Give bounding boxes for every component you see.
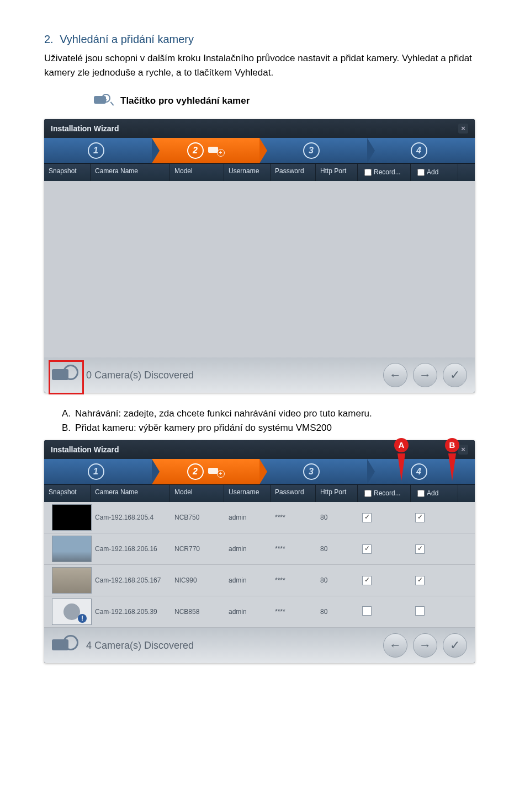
record-all-checkbox[interactable] xyxy=(364,169,372,176)
col-snapshot: Snapshot xyxy=(44,164,91,181)
camera-table-body-empty xyxy=(44,181,475,357)
cell-record[interactable] xyxy=(358,604,411,619)
wizard-steps: 1 2 + 3 4 xyxy=(44,459,475,484)
record-checkbox[interactable] xyxy=(362,576,372,585)
camera-table-body: Cam-192.168.205.4NCB750admin****80Cam-19… xyxy=(44,502,475,628)
cell-add[interactable] xyxy=(411,604,458,619)
snapshot-thumb xyxy=(52,536,92,562)
sub-item-b: B. Přidat kameru: výběr kamery pro přidá… xyxy=(62,423,486,434)
finish-button[interactable]: ✓ xyxy=(443,363,467,387)
camera-table-header: Snapshot Camera Name Model Username Pass… xyxy=(44,484,475,502)
camera-add-icon: + xyxy=(208,145,225,157)
col-record[interactable]: Record... xyxy=(358,164,411,181)
table-row[interactable]: Cam-192.168.205.167NIC990admin****80 xyxy=(44,565,475,596)
cell-camera-name: Cam-192.168.206.16 xyxy=(91,543,170,555)
search-button-caption: Tlačítko pro vyhledání kamer xyxy=(120,95,250,106)
cell-username: admin xyxy=(224,511,271,523)
wizard-step-4[interactable]: 4 xyxy=(367,459,475,484)
back-button[interactable]: ← xyxy=(383,363,407,387)
snapshot-thumb xyxy=(52,567,92,594)
search-button-caption-row: Tlačítko pro vyhledání kamer xyxy=(94,93,486,109)
record-checkbox[interactable] xyxy=(362,513,372,522)
cell-camera-name: Cam-192.168.205.167 xyxy=(91,574,170,586)
col-model: Model xyxy=(170,485,224,502)
marker-b: B xyxy=(445,438,459,452)
col-add[interactable]: Add xyxy=(411,485,458,502)
cell-record[interactable] xyxy=(358,542,411,556)
cell-record[interactable] xyxy=(358,511,411,525)
heading-number: 2. xyxy=(44,33,54,45)
record-all-checkbox[interactable] xyxy=(364,490,372,497)
cell-password: **** xyxy=(271,574,316,586)
wizard-step-1[interactable]: 1 xyxy=(44,138,152,163)
cell-password: **** xyxy=(271,543,316,555)
wizard-footer: 0 Camera(s) Discovered ← → ✓ xyxy=(44,357,475,393)
cell-add[interactable] xyxy=(411,511,458,525)
add-all-checkbox[interactable] xyxy=(417,169,425,176)
col-camera-name: Camera Name xyxy=(91,485,170,502)
cell-model: NCR770 xyxy=(170,543,224,555)
next-button[interactable]: → xyxy=(413,363,437,387)
cell-add[interactable] xyxy=(411,542,458,556)
col-http-port: Http Port xyxy=(316,164,358,181)
col-username: Username xyxy=(224,485,271,502)
arrow-b xyxy=(448,453,456,481)
sub-a-letter: A. xyxy=(62,408,71,419)
sub-a-text: Nahrávání: zadejte, zda chcete funkci na… xyxy=(75,408,372,419)
intro-paragraph: Uživatelé jsou schopni v dalším kroku In… xyxy=(44,51,486,79)
cell-model: NIC990 xyxy=(170,574,224,586)
marker-a: A xyxy=(394,438,409,452)
col-model: Model xyxy=(170,164,224,181)
camera-discover-icon[interactable] xyxy=(52,364,80,387)
table-row[interactable]: Cam-192.168.206.16NCR770admin****80 xyxy=(44,533,475,565)
col-http-port: Http Port xyxy=(316,485,358,502)
add-checkbox[interactable] xyxy=(415,544,425,554)
col-record[interactable]: Record... xyxy=(358,485,411,502)
cell-http-port: 80 xyxy=(316,543,358,555)
sub-item-a: A. Nahrávání: zadejte, zda chcete funkci… xyxy=(62,408,486,419)
add-all-checkbox[interactable] xyxy=(417,490,425,497)
record-checkbox[interactable] xyxy=(362,606,372,616)
table-row[interactable]: Cam-192.168.205.39NCB858admin****80 xyxy=(44,596,475,628)
cell-camera-name: Cam-192.168.205.39 xyxy=(91,606,170,618)
cell-record[interactable] xyxy=(358,574,411,587)
wizard-step-2[interactable]: 2 + xyxy=(152,459,259,484)
camera-add-icon: + xyxy=(208,466,225,478)
wizard-nav-buttons: ← → ✓ xyxy=(383,363,467,387)
col-camera-name: Camera Name xyxy=(91,164,170,181)
wizard-step-4[interactable]: 4 xyxy=(367,138,475,163)
next-button[interactable]: → xyxy=(413,633,437,658)
cell-model: NCB750 xyxy=(170,511,224,523)
wizard-footer: 4 Camera(s) Discovered ← → ✓ xyxy=(44,628,475,663)
cell-password: **** xyxy=(271,606,316,618)
cell-http-port: 80 xyxy=(316,574,358,586)
wizard-step-2[interactable]: 2 + xyxy=(152,138,259,163)
wizard-step-3[interactable]: 3 xyxy=(259,459,367,484)
wizard-nav-buttons: ← → ✓ xyxy=(383,633,467,658)
snapshot-thumb xyxy=(52,504,92,531)
sub-b-text: Přidat kameru: výběr kamery pro přidání … xyxy=(75,423,332,434)
cell-username: admin xyxy=(224,574,271,586)
wizard-title-text: Installation Wizard xyxy=(51,124,119,133)
cell-password: **** xyxy=(271,511,316,523)
back-button[interactable]: ← xyxy=(383,633,407,658)
cell-camera-name: Cam-192.168.205.4 xyxy=(91,511,170,523)
add-checkbox[interactable] xyxy=(415,606,425,616)
add-checkbox[interactable] xyxy=(415,576,425,585)
finish-button[interactable]: ✓ xyxy=(443,633,467,658)
close-icon[interactable]: × xyxy=(458,445,468,455)
wizard-step-1[interactable]: 1 xyxy=(44,459,152,484)
wizard-step-3[interactable]: 3 xyxy=(259,138,367,163)
cell-add[interactable] xyxy=(411,574,458,587)
wizard-title-text: Installation Wizard xyxy=(51,445,119,454)
wizard-steps: 1 2 + 3 4 xyxy=(44,138,475,163)
table-row[interactable]: Cam-192.168.205.4NCB750admin****80 xyxy=(44,502,475,533)
discovered-count-text: 4 Camera(s) Discovered xyxy=(86,640,383,651)
camera-discover-icon[interactable] xyxy=(52,634,80,657)
record-checkbox[interactable] xyxy=(362,544,372,554)
close-icon[interactable]: × xyxy=(458,124,468,133)
col-add[interactable]: Add xyxy=(411,164,458,181)
col-password: Password xyxy=(271,485,316,502)
cell-model: NCB858 xyxy=(170,606,224,618)
add-checkbox[interactable] xyxy=(415,513,425,522)
